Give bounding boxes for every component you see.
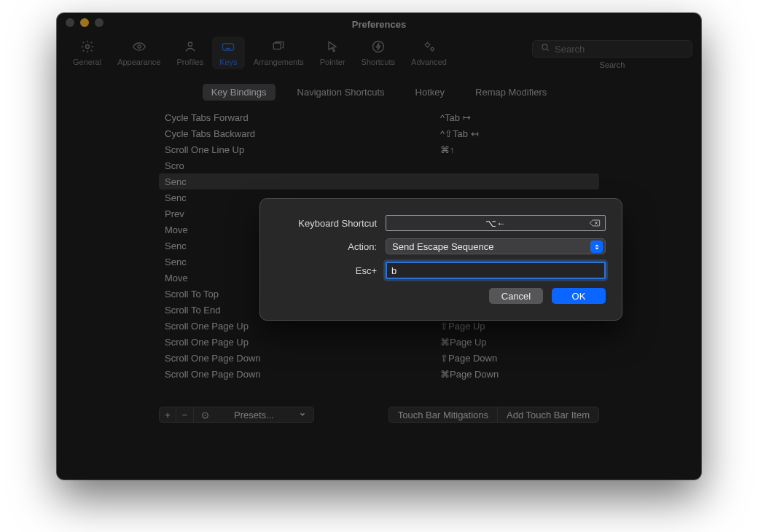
toolbar-label: Advanced <box>411 58 447 66</box>
binding-name: Cycle Tabs Forward <box>165 112 440 123</box>
binding-shortcut: ⇧Page Down <box>440 353 593 364</box>
toolbar-label: Keys <box>219 58 237 66</box>
windows-icon <box>270 39 286 55</box>
toolbar-item-arrangements[interactable]: Arrangements <box>246 36 311 69</box>
search-toolbar-label: Search <box>600 60 625 69</box>
person-icon <box>182 39 198 55</box>
binding-name: Scroll One Page Down <box>165 353 440 364</box>
binding-name: Scroll One Page Up <box>165 321 440 332</box>
search-icon <box>540 42 550 55</box>
bottombar: + − ⊙ Presets... Touch Bar Mitigations A… <box>57 402 701 423</box>
toolbar-item-pointer[interactable]: Pointer <box>313 36 353 69</box>
cancel-button[interactable]: Cancel <box>489 288 543 304</box>
presets-label: Presets... <box>234 410 274 420</box>
toolbar-item-general[interactable]: General <box>66 36 109 69</box>
svg-rect-3 <box>223 44 234 50</box>
binding-shortcut: ⌘↑ <box>440 144 593 155</box>
search-field[interactable] <box>532 40 692 58</box>
key-binding-row[interactable]: Cycle Tabs Forward^Tab ↦ <box>159 109 599 125</box>
shortcut-value: ⌥← <box>485 218 506 229</box>
svg-rect-4 <box>274 43 281 49</box>
ok-button[interactable]: OK <box>552 288 606 304</box>
select-stepper-icon <box>590 240 603 253</box>
key-binding-row[interactable]: Scroll One Page Up⌘Page Up <box>159 334 599 350</box>
minimize-window-icon[interactable] <box>80 18 89 27</box>
subtab-remap-modifiers[interactable]: Remap Modifiers <box>466 84 555 101</box>
subtab-navigation-shortcuts[interactable]: Navigation Shortcuts <box>289 84 394 101</box>
chevron-down-icon <box>299 410 306 420</box>
search-input[interactable] <box>555 44 684 55</box>
binding-name: Senc <box>165 176 440 187</box>
remove-binding-button[interactable]: − <box>176 407 194 423</box>
preferences-window: Preferences General Appearance Profiles <box>57 13 701 480</box>
binding-name: Cycle Tabs Backward <box>165 128 440 139</box>
binding-shortcut: ^Tab ↦ <box>440 112 593 123</box>
add-touch-bar-item-button[interactable]: Add Touch Bar Item <box>497 407 599 423</box>
presets-button[interactable]: ⊙ Presets... <box>194 407 314 423</box>
binding-name: Scroll One Page Down <box>165 369 440 380</box>
toolbar-label: Arrangements <box>254 58 304 66</box>
toolbar-item-shortcuts[interactable]: Shortcuts <box>354 36 402 69</box>
maximize-window-icon[interactable] <box>95 18 103 27</box>
touch-bar-mitigations-button[interactable]: Touch Bar Mitigations <box>388 407 497 423</box>
toolbar-item-profiles[interactable]: Profiles <box>169 36 211 69</box>
shortcut-field-label: Keyboard Shortcut <box>276 218 386 229</box>
toolbar-item-keys[interactable]: Keys <box>212 36 244 69</box>
toolbar-item-appearance[interactable]: Appearance <box>110 36 168 69</box>
bolt-icon <box>370 39 386 55</box>
svg-point-6 <box>426 43 429 47</box>
toolbar-label: General <box>73 58 101 66</box>
toolbar: General Appearance Profiles Keys <box>57 35 701 74</box>
svg-point-0 <box>85 45 89 49</box>
binding-name: Scro <box>165 160 440 171</box>
close-window-icon[interactable] <box>66 18 74 27</box>
binding-name: Scroll One Page Up <box>165 337 440 348</box>
presets-icon: ⊙ <box>201 410 209 420</box>
svg-point-2 <box>188 42 192 46</box>
edit-key-binding-dialog: Keyboard Shortcut ⌥← Action: Send Escape… <box>259 198 622 321</box>
svg-point-7 <box>431 47 434 50</box>
gears-icon <box>421 39 437 55</box>
subtab-key-bindings[interactable]: Key Bindings <box>203 84 276 101</box>
toolbar-item-advanced[interactable]: Advanced <box>404 36 454 69</box>
cursor-icon <box>324 39 340 55</box>
key-binding-row[interactable]: Scroll One Line Up⌘↑ <box>159 141 599 157</box>
toolbar-label: Profiles <box>176 58 203 66</box>
action-field-label: Action: <box>276 241 386 252</box>
gear-icon <box>79 39 95 55</box>
svg-point-5 <box>372 42 383 52</box>
clear-shortcut-icon[interactable] <box>589 219 601 227</box>
binding-shortcut: ^⇧Tab ↤ <box>440 128 593 139</box>
action-select[interactable]: Send Escape Sequence <box>386 238 606 254</box>
key-binding-row[interactable]: Scroll One Page Down⌘Page Down <box>159 366 599 382</box>
keyboard-icon <box>220 39 236 55</box>
key-binding-row[interactable]: Scroll One Page Down⇧Page Down <box>159 350 599 366</box>
keyboard-shortcut-field[interactable]: ⌥← <box>386 215 606 231</box>
binding-name: Scroll One Line Up <box>165 144 440 155</box>
window-title: Preferences <box>352 19 406 30</box>
add-binding-button[interactable]: + <box>159 407 176 423</box>
toolbar-search: Search <box>532 40 692 69</box>
svg-point-1 <box>138 45 141 48</box>
toolbar-label: Pointer <box>320 58 345 66</box>
key-binding-row[interactable]: Cycle Tabs Backward^⇧Tab ↤ <box>159 125 599 141</box>
subtabs: Key Bindings Navigation Shortcuts Hotkey… <box>57 74 701 109</box>
binding-shortcut: ⇧Page Up <box>440 321 593 332</box>
titlebar: Preferences <box>57 13 701 35</box>
action-value: Send Escape Sequence <box>392 241 494 252</box>
key-binding-row[interactable]: Senc <box>159 173 599 189</box>
window-controls <box>66 18 103 27</box>
subtab-hotkey[interactable]: Hotkey <box>407 84 453 101</box>
svg-point-8 <box>542 44 547 50</box>
esc-field-label: Esc+ <box>276 265 386 276</box>
toolbar-label: Shortcuts <box>362 58 395 66</box>
binding-shortcut: ⌘Page Up <box>440 337 593 348</box>
eye-icon <box>131 39 147 55</box>
toolbar-label: Appearance <box>117 58 160 66</box>
binding-shortcut: ⌘Page Down <box>440 369 593 380</box>
escape-sequence-input[interactable] <box>386 262 606 279</box>
key-binding-row[interactable]: Scro <box>159 157 599 173</box>
